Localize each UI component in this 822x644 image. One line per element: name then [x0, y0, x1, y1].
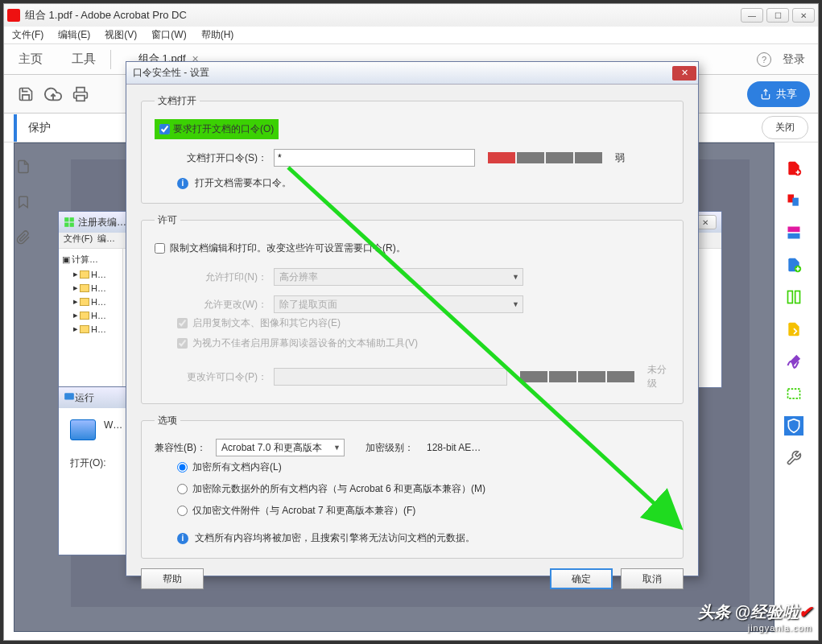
combine-files-icon[interactable]	[784, 255, 803, 275]
info-icon: i	[177, 178, 188, 189]
perm-password-strength-meter	[520, 371, 634, 382]
run-open-label: 打开(O):	[70, 456, 106, 470]
input-change-perm-password	[274, 368, 507, 386]
tree-node: ▸H…	[62, 322, 119, 336]
run-titlebar-icon	[64, 391, 75, 405]
reg-menu-file[interactable]: 文件(F)	[64, 233, 93, 248]
checkbox-restrict-editing[interactable]	[155, 243, 165, 254]
app-icon	[7, 9, 20, 22]
label-encrypt-all: 加密所有文档内容(L)	[192, 460, 282, 474]
select-allow-print: 高分辨率▼	[274, 268, 523, 286]
label-restrict-editing: 限制文档编辑和打印。改变这些许可设置需要口令(R)。	[170, 242, 406, 255]
more-tools-icon[interactable]	[784, 448, 803, 468]
right-sidebar	[778, 142, 810, 468]
menu-edit[interactable]: 编辑(E)	[55, 27, 93, 43]
tree-node-root: ▣计算…	[62, 252, 119, 267]
label-allow-change: 允许更改(W)：	[155, 298, 267, 312]
svg-rect-5	[788, 227, 800, 233]
run-description: W…	[104, 419, 122, 431]
legend-document-open: 文档打开	[155, 94, 200, 108]
ok-button[interactable]: 确定	[550, 568, 613, 589]
organize-icon[interactable]	[784, 287, 803, 307]
help-button[interactable]: 帮助	[141, 568, 204, 589]
export-pdf-icon[interactable]	[784, 191, 803, 210]
select-allow-change: 除了提取页面▼	[274, 295, 523, 313]
highlight-require-password: 要求打开文档的口令(O)	[155, 119, 279, 139]
fill-sign-icon[interactable]	[784, 352, 803, 371]
reg-menu-edit[interactable]: 编…	[97, 233, 115, 248]
edit-pdf-icon[interactable]	[784, 223, 803, 242]
radio-attachments-only[interactable]	[177, 506, 188, 516]
fieldset-options: 选项 兼容性(B)： Acrobat 7.0 和更高版本▼ 加密级别： 128-…	[141, 414, 684, 559]
run-title: 运行	[75, 391, 94, 405]
registry-icon	[64, 217, 75, 228]
open-password-strength-meter	[488, 152, 602, 163]
svg-rect-0	[76, 95, 85, 101]
maximize-button[interactable]: ☐	[766, 8, 789, 23]
dialog-close-button[interactable]: ✕	[672, 66, 696, 80]
checkbox-require-open-password[interactable]	[159, 124, 170, 134]
menu-help[interactable]: 帮助(H)	[198, 27, 238, 43]
tree-node: ▸H…	[62, 281, 119, 295]
input-open-password[interactable]	[274, 149, 475, 167]
label-encryption-level: 加密级别：	[366, 441, 414, 455]
checkbox-enable-reader	[177, 338, 188, 349]
radio-encrypt-all[interactable]	[177, 462, 188, 473]
checkbox-enable-copy	[177, 318, 188, 328]
watermark-main: 头条 @经验啦	[698, 603, 799, 621]
menu-view[interactable]: 视图(V)	[101, 27, 140, 43]
cancel-button[interactable]: 取消	[621, 568, 684, 589]
label-compatibility: 兼容性(B)：	[155, 441, 209, 455]
menubar: 文件(F) 编辑(E) 视图(V) 窗口(W) 帮助(H)	[4, 27, 818, 44]
bookmark-icon[interactable]	[15, 194, 31, 210]
minimize-button[interactable]: —	[741, 8, 763, 23]
menu-file[interactable]: 文件(F)	[9, 27, 47, 43]
login-button[interactable]: 登录	[783, 52, 805, 67]
save-icon[interactable]	[12, 80, 39, 108]
protect-close-button[interactable]: 关闭	[762, 116, 808, 139]
dialog-titlebar[interactable]: 口令安全性 - 设置 ✕	[126, 62, 698, 85]
watermark: 头条 @经验啦✔ jingyanla.com	[698, 601, 812, 633]
legend-options: 选项	[155, 414, 180, 427]
dialog-title: 口令安全性 - 设置	[133, 66, 209, 80]
registry-title: 注册表编…	[78, 216, 126, 229]
tools-button[interactable]: 工具	[57, 47, 110, 72]
select-compatibility[interactable]: Acrobat 7.0 和更高版本▼	[216, 439, 345, 456]
page-thumbnails-icon[interactable]	[15, 159, 31, 175]
options-info: 文档所有内容均将被加密，且搜索引擎将无法访问文档的元数据。	[195, 531, 475, 545]
attachment-icon[interactable]	[15, 229, 31, 246]
svg-rect-12	[70, 217, 74, 221]
run-icon	[70, 419, 96, 440]
redact-icon[interactable]	[784, 384, 803, 403]
svg-rect-8	[788, 291, 793, 303]
help-icon[interactable]: ?	[757, 52, 771, 67]
print-icon[interactable]	[67, 80, 94, 108]
svg-rect-13	[64, 223, 68, 227]
share-button[interactable]: 共享	[747, 81, 810, 107]
watermark-sub: jingyanla.com	[698, 623, 812, 633]
registry-tree[interactable]: ▣计算… ▸H… ▸H… ▸H… ▸H… ▸H…	[59, 249, 123, 387]
protect-label: 保护	[14, 114, 62, 142]
label-enable-reader: 为视力不佳者启用屏幕阅读器设备的文本辅助工具(V)	[192, 336, 418, 350]
perm-password-strength-label: 未分级	[647, 363, 670, 390]
comment-icon[interactable]	[784, 320, 803, 339]
cloud-icon[interactable]	[39, 80, 67, 108]
password-security-dialog: 口令安全性 - 设置 ✕ 文档打开 要求打开文档的口令(O) 文档打开口令(S)…	[126, 61, 699, 576]
protect-icon[interactable]	[784, 416, 803, 436]
share-label: 共享	[776, 87, 797, 101]
tree-node: ▸H…	[62, 308, 119, 322]
label-encrypt-except-meta: 加密除元数据外的所有文档内容（与 Acrobat 6 和更高版本兼容）(M)	[192, 482, 485, 496]
radio-encrypt-except-meta[interactable]	[177, 484, 188, 494]
menu-window[interactable]: 窗口(W)	[148, 27, 189, 43]
open-password-info: 打开文档需要本口令。	[195, 176, 291, 190]
window-title: 组合 1.pdf - Adobe Acrobat Pro DC	[25, 8, 741, 23]
create-pdf-icon[interactable]	[784, 159, 803, 178]
close-button[interactable]: ✕	[792, 8, 815, 23]
svg-rect-15	[64, 393, 74, 399]
value-encryption-level: 128-bit AE…	[427, 442, 481, 453]
label-change-perm-password: 更改许可口令(P)：	[155, 370, 267, 384]
info-icon: i	[177, 533, 188, 544]
titlebar: 组合 1.pdf - Adobe Acrobat Pro DC — ☐ ✕	[4, 4, 818, 27]
fieldset-permissions: 许可 限制文档编辑和打印。改变这些许可设置需要口令(R)。 允许打印(N)： 高…	[141, 213, 684, 404]
home-button[interactable]: 主页	[4, 47, 57, 72]
